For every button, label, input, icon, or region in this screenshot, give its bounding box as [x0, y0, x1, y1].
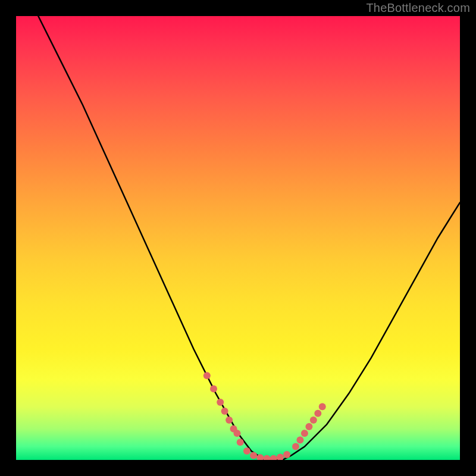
marker-dot	[283, 451, 290, 458]
marker-dot	[221, 408, 228, 415]
marker-dot	[210, 386, 217, 393]
marker-dot	[292, 443, 299, 450]
marker-dot	[203, 372, 211, 379]
plot-area	[16, 16, 460, 460]
marker-dot	[301, 430, 308, 437]
curve-svg	[16, 16, 460, 460]
marker-dot	[314, 410, 321, 417]
marker-dot	[237, 439, 244, 446]
marker-dot	[270, 455, 277, 460]
marker-dot	[243, 447, 250, 455]
marker-dot	[234, 430, 241, 437]
bottleneck-curve	[16, 16, 460, 460]
marker-dot	[217, 399, 224, 406]
marker-dot	[319, 403, 326, 411]
curve-path	[16, 16, 460, 460]
marker-dot	[250, 452, 257, 459]
marker-dot	[264, 455, 271, 460]
marker-dot	[310, 416, 317, 424]
marker-dot	[296, 436, 303, 443]
marker-dot	[226, 416, 233, 424]
marker-dot	[277, 454, 284, 461]
marker-dot	[305, 423, 312, 430]
watermark-text: TheBottleneck.com	[366, 1, 470, 15]
curve-markers	[203, 372, 326, 460]
chart-frame: TheBottleneck.com	[0, 0, 476, 476]
